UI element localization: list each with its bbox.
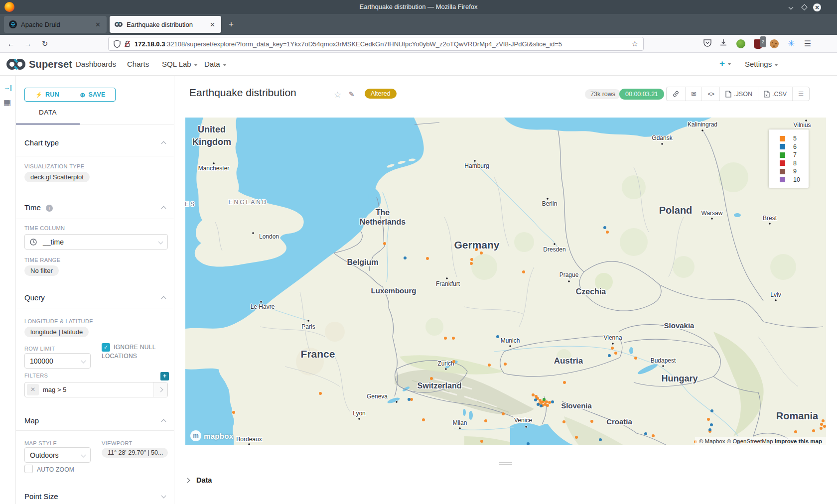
chevron-up-icon[interactable]	[161, 296, 166, 301]
export-json-button[interactable]: .JSON	[719, 87, 758, 101]
scatter-point[interactable]	[575, 436, 578, 439]
scatter-point[interactable]	[590, 420, 593, 423]
section-query[interactable]: Query	[24, 293, 45, 302]
scatter-point[interactable]	[532, 393, 535, 396]
chevron-up-icon[interactable]	[161, 206, 166, 211]
chevron-up-icon[interactable]	[161, 141, 166, 146]
nav-settings[interactable]: Settings	[745, 60, 778, 68]
extension-asterisk-icon[interactable]: ✳	[786, 38, 797, 49]
ublock-icon[interactable]: 2	[754, 39, 762, 49]
add-new-button[interactable]: +	[719, 58, 731, 69]
scatter-point[interactable]	[634, 357, 637, 360]
scatter-point[interactable]	[502, 412, 505, 415]
viewport-value[interactable]: 11° 28' 29.70" | 50...	[102, 448, 168, 458]
save-button[interactable]: ⊕SAVE	[70, 88, 115, 101]
chart-menu-button[interactable]: ☰	[792, 87, 809, 101]
scatter-point[interactable]	[794, 430, 797, 433]
lock-disabled-icon[interactable]	[124, 40, 131, 48]
time-range-value[interactable]: No filter	[24, 265, 59, 276]
url-bar[interactable]: 172.18.0.3:32108/superset/explore/?form_…	[108, 37, 644, 51]
new-tab-button[interactable]: +	[225, 19, 237, 31]
scatter-point[interactable]	[562, 420, 565, 423]
deckgl-scatter-map[interactable]: ManchesterLondonLe HavreParisBordeauxLyo…	[185, 118, 826, 445]
add-filter-button[interactable]: +	[160, 372, 169, 380]
scatter-point[interactable]	[488, 364, 491, 367]
scatter-point[interactable]	[452, 360, 455, 363]
scatter-point[interactable]	[504, 363, 507, 366]
reload-icon[interactable]: ↻	[40, 39, 50, 49]
mapbox-logo[interactable]: m mapbox	[190, 430, 233, 441]
improve-map-link[interactable]: Improve this map	[775, 438, 822, 444]
collapse-panel-icon[interactable]: →|	[3, 84, 12, 91]
tab-close-icon[interactable]: ✕	[209, 21, 216, 28]
auto-zoom-checkbox[interactable]	[24, 465, 33, 473]
scatter-point[interactable]	[480, 252, 483, 254]
section-time[interactable]: Time i	[24, 203, 53, 212]
nav-charts[interactable]: Charts	[127, 60, 149, 68]
scatter-point[interactable]	[551, 400, 554, 403]
dataset-grid-icon[interactable]: ▦	[3, 98, 11, 107]
scatter-point[interactable]	[522, 270, 525, 273]
export-csv-button[interactable]: .CSV	[758, 87, 792, 101]
favorite-star-icon[interactable]: ☆	[334, 90, 341, 100]
back-icon[interactable]: ←	[6, 39, 16, 49]
scatter-point[interactable]	[540, 404, 543, 407]
scatter-point[interactable]	[710, 409, 713, 412]
europe-map-canvas[interactable]: ManchesterLondonLe HavreParisBordeauxLyo…	[185, 118, 826, 445]
scatter-point[interactable]	[606, 231, 609, 234]
lonlat-value[interactable]: longitude | latitude	[24, 327, 89, 337]
section-chart-type[interactable]: Chart type	[24, 138, 59, 147]
scatter-point[interactable]	[444, 337, 447, 340]
time-column-select[interactable]: __time	[24, 234, 168, 250]
browser-tab-apache-druid[interactable]: Apache Druid ✕	[4, 16, 107, 33]
bookmark-star-icon[interactable]: ☆	[632, 39, 638, 48]
shield-icon[interactable]	[114, 40, 121, 48]
scatter-point[interactable]	[408, 398, 411, 401]
scatter-point[interactable]	[548, 401, 551, 404]
scatter-point[interactable]	[652, 434, 655, 437]
scatter-point[interactable]	[426, 257, 429, 260]
scatter-point[interactable]	[475, 248, 478, 251]
scatter-point[interactable]	[470, 262, 473, 265]
scatter-point[interactable]	[545, 400, 548, 403]
scatter-point[interactable]	[537, 403, 540, 406]
scatter-point[interactable]	[611, 347, 614, 350]
window-close-button[interactable]: ✕	[813, 3, 821, 11]
scatter-point[interactable]	[484, 419, 487, 422]
scatter-point[interactable]	[608, 354, 611, 357]
scatter-point[interactable]	[232, 411, 235, 414]
scatter-point[interactable]	[543, 398, 546, 401]
scatter-point[interactable]	[383, 242, 386, 245]
scatter-point[interactable]	[534, 398, 537, 401]
forward-icon[interactable]: →	[23, 39, 33, 49]
scatter-point[interactable]	[710, 423, 713, 426]
nav-dashboards[interactable]: Dashboards	[76, 60, 116, 68]
url-text[interactable]: 172.18.0.3:32108/superset/explore/?form_…	[135, 40, 628, 48]
scatter-point[interactable]	[614, 352, 617, 355]
scatter-point[interactable]	[822, 419, 825, 422]
map-style-select[interactable]: Outdoors	[24, 447, 91, 463]
row-limit-select[interactable]: 100000	[24, 353, 91, 369]
scatter-point[interactable]	[707, 418, 710, 421]
open-filter-icon[interactable]	[153, 382, 167, 397]
scatter-point[interactable]	[422, 418, 425, 421]
tab-data[interactable]: DATA	[16, 109, 80, 116]
scatter-point[interactable]	[563, 381, 566, 384]
scatter-point[interactable]	[496, 335, 499, 338]
scatter-point[interactable]	[527, 442, 530, 445]
embed-code-button[interactable]: <>	[701, 87, 719, 101]
run-button[interactable]: ⚡RUN	[25, 88, 70, 101]
pocket-icon[interactable]	[702, 38, 713, 49]
remove-filter-icon[interactable]: ✕	[27, 384, 39, 395]
scatter-point[interactable]	[599, 438, 602, 441]
chevron-up-icon[interactable]	[161, 419, 166, 424]
nav-data[interactable]: Data	[204, 60, 227, 68]
scatter-point[interactable]	[546, 404, 549, 407]
browser-tab-earthquake-distribution[interactable]: Earthquake distribution ✕	[110, 16, 221, 33]
data-panel-toggle[interactable]: Data	[186, 476, 212, 484]
scatter-point[interactable]	[823, 425, 826, 428]
window-minimize-button[interactable]	[787, 3, 795, 11]
copy-link-button[interactable]	[667, 87, 685, 101]
tab-close-icon[interactable]: ✕	[94, 21, 102, 28]
cookie-extension-icon[interactable]	[770, 39, 779, 48]
